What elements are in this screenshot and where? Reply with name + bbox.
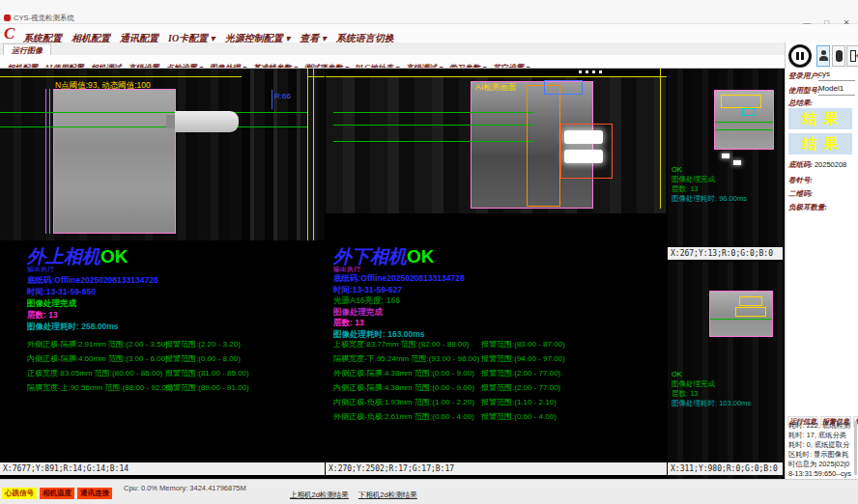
yellow-guide-line — [313, 69, 314, 240]
base-code-caption: 底纸码: — [788, 160, 815, 169]
login-user-label: 登录用户: — [788, 71, 820, 81]
negative-tab-count-label: 负极耳数量: — [788, 203, 827, 212]
inner-upper-camera-view[interactable]: OK图像处理完成层数: 13图像处理耗时: 96.00ms X:267;Y:13… — [668, 69, 783, 260]
small-views-column: OK图像处理完成层数: 13图像处理耗时: 96.00ms X:267;Y:13… — [668, 69, 783, 479]
control-panel: 登录用户: cys 使用型号: Model1 总结果: 结果 结果 底纸码: 2… — [785, 42, 858, 479]
measurement-list: 外侧正极-隔膜:2.91mm 范围:(2.00 - 3.50)报警范围:(2.2… — [27, 339, 317, 397]
detect-result-link[interactable]: 下相机2d检测结果 — [358, 490, 417, 500]
info-line: 光源A16亮度: 166 — [333, 295, 465, 307]
result-box-upper: 结果 — [788, 108, 852, 129]
blue-marker-line — [272, 90, 272, 109]
green-measure-line — [0, 112, 307, 113]
info-line: OK — [672, 370, 751, 379]
status-links: 上相机2d检测结果下相机2d检测结果 — [290, 484, 427, 501]
green-measure-line — [0, 126, 307, 127]
measurement-row: 内侧正极-隔膜:4.38mm 范围:(0.00 - 9.00)报警范围:(2.0… — [333, 382, 662, 397]
purple-guide-line — [49, 89, 50, 234]
cursor-position-status: X:270;Y:2502;R:17;G:17;B:17 — [326, 462, 667, 475]
cursor-position-status: X:267;Y:13;R:0;G:0;B:0 — [668, 247, 783, 260]
small-detected-region — [709, 291, 773, 337]
inner-lower-camera-view[interactable]: OK图像处理完成层数: 13图像处理耗时: 103.00ms X:311;Y:9… — [668, 262, 783, 479]
app-logo: C — [4, 24, 14, 43]
pause-icon — [796, 52, 799, 60]
info-line: 图像处理完成 — [27, 297, 158, 309]
yellow-roi-box — [739, 296, 762, 306]
green-measure-line — [715, 122, 773, 123]
purple-guide-line — [45, 89, 46, 234]
upper-outer-camera-view: N点阈值:93, 动态阈值:100 R:66 外上相机OK 输出执行 底纸码:O… — [0, 69, 325, 479]
measurement-row: 外侧正极-负极:2.61mm 范围:(0.60 - 4.00)报警范围:(0.6… — [333, 411, 662, 426]
user-icon — [821, 50, 826, 55]
info-line: 层数: 13 — [333, 318, 465, 329]
info-line: 层数: 13 — [27, 309, 158, 321]
yellow-guide-line — [326, 76, 667, 77]
info-line: 底纸码:Offline20250208133134728 — [333, 273, 465, 285]
model-field[interactable]: Model1 — [818, 84, 855, 96]
green-measure-line — [715, 129, 773, 130]
cyan-roi-box — [742, 108, 756, 116]
green-measure-line — [333, 112, 533, 113]
blue-overlay-label: R:66 — [274, 92, 291, 100]
result-ok-text: OK — [407, 246, 435, 266]
measurement-value: 正极宽度:83.05mm 范围:(80.00 - 86.00) — [27, 368, 163, 378]
info-line: 图像处理完成 — [672, 379, 751, 389]
info-line: 图像处理耗时: 103.00ms — [672, 399, 751, 408]
base-code-value: 20250208 — [815, 160, 846, 169]
camera-subtext: 输出执行 — [27, 265, 54, 274]
cursor-position-status: X:311;Y:980;R:0;G:0;B:0 — [668, 462, 783, 475]
left-camera-image[interactable]: N点阈值:93, 动态阈值:100 R:66 — [0, 69, 325, 240]
app-window: CYS-视觉检测系统 — □ ✕ C 系统配置相机配置通讯配置IO卡配置 ▾光源… — [0, 0, 858, 504]
titlebar: CYS-视觉检测系统 — □ ✕ — [0, 0, 858, 24]
info-line: 图像处理完成 — [333, 307, 465, 319]
info-line: 层数: 13 — [672, 389, 751, 399]
info-lines: 底纸码:Offline20250208133134728时间:13-31-59-… — [333, 273, 465, 340]
alarm-range: 报警范围:(94.00 - 97.00) — [481, 353, 565, 364]
user-login-button[interactable] — [816, 45, 830, 67]
measurement-row: 内侧正极-隔膜:4.60mm 范围:(3.00 - 6.00)报警范围:(0.0… — [27, 353, 317, 368]
status-badges: 心跳信号相机温度通讯连接 — [2, 482, 115, 499]
pause-button[interactable] — [788, 44, 812, 68]
result-text: 结果 — [796, 111, 845, 126]
menubar: C 系统配置相机配置通讯配置IO卡配置 ▾光源控制配置 ▾查看 ▾系统语言切换 — [0, 24, 858, 42]
base-code-label: 底纸码: 20250208 — [788, 160, 846, 170]
status-badge: 相机温度 — [40, 488, 74, 499]
info-line: OK — [672, 165, 747, 175]
alarm-range: 报警范围:(89.00 - 91.00) — [165, 382, 249, 393]
info-line: 底纸码:Offline20250208133134728 — [27, 274, 158, 286]
blue-roi-box — [544, 80, 583, 95]
green-measure-line — [333, 125, 533, 126]
measurement-row: 隔膜宽度-下:95.24mm 范围:(93.00 - 98.00)报警范围:(9… — [333, 353, 662, 368]
yellow-guide-line — [307, 69, 308, 240]
log-scrollbar[interactable] — [854, 421, 857, 475]
measurement-row: 隔膜宽度-上:90.56mm 范围:(88.00 - 92.00)报警范围:(8… — [27, 382, 317, 397]
alarm-range: 报警范围:(83.00 - 87.00) — [481, 339, 565, 350]
roll-pin-label: 卷针号: — [788, 176, 813, 185]
login-user-field[interactable]: cys — [818, 70, 855, 81]
alarm-range: 报警范围:(81.00 - 85.00) — [165, 368, 249, 378]
middle-camera-image[interactable]: AI检测画面 — [326, 69, 667, 213]
bright-spots — [579, 70, 604, 73]
app-icon — [4, 14, 11, 21]
measurement-row: 外侧正极-隔膜:2.91mm 范围:(2.00 - 3.50)报警范围:(2.2… — [27, 339, 317, 353]
logout-icon — [850, 50, 856, 62]
measurement-row: 上极宽度:83.77mm 范围:(82.00 - 88.00)报警范围:(83.… — [333, 339, 662, 353]
window-title: CYS-视觉检测系统 — [14, 14, 74, 23]
lock-button[interactable] — [832, 45, 845, 67]
red-roi-box — [560, 124, 613, 179]
status-bar: 心跳信号相机温度通讯连接 Cpu: 0.0% Memory: 3424.4179… — [0, 479, 858, 504]
measurement-value: 内侧正极-隔膜:4.38mm 范围:(0.00 - 9.00) — [333, 382, 474, 393]
model-label: 使用型号: — [788, 86, 820, 96]
alarm-range: 报警范围:(2.20 - 3.20) — [165, 339, 241, 350]
green-measure-line — [333, 141, 533, 142]
alarm-range: 报警范围:(1.10 - 2.10) — [481, 397, 557, 407]
detect-result-link[interactable]: 上相机2d检测结果 — [290, 490, 349, 500]
logout-button[interactable] — [846, 45, 858, 67]
camera-name: 外下相机 — [333, 246, 407, 266]
dark-band — [326, 69, 667, 76]
main-area: N点阈值:93, 动态阈值:100 R:66 外上相机OK 输出执行 底纸码:O… — [0, 69, 785, 479]
measurement-row: 正极宽度:83.05mm 范围:(80.00 - 86.00)报警范围:(81.… — [27, 368, 317, 382]
yellow-roi-box — [721, 95, 761, 108]
info-line: 图像处理耗时: 96.00ms — [672, 194, 747, 204]
result-box-lower: 结果 — [788, 133, 852, 154]
measurement-value: 外侧正极-负极:2.61mm 范围:(0.60 - 4.00) — [333, 411, 474, 422]
